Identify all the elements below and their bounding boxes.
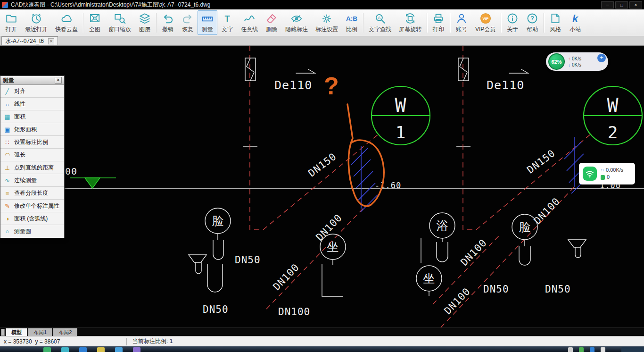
cloud-drive-button[interactable]: 快看云盘 (51, 10, 82, 35)
wifi-count: 0 (607, 174, 610, 181)
account-button[interactable]: 账号 (452, 10, 471, 35)
recent-clock-icon (30, 12, 42, 25)
freeline-button[interactable]: 任意线 (237, 10, 262, 35)
about-button[interactable]: 关于 (503, 10, 522, 35)
annotation-scale-readout: 当前标注比例: 1 (127, 337, 173, 345)
eraser-icon (265, 12, 278, 25)
hide-annotation-button[interactable]: 隐藏标注 (281, 10, 312, 35)
measure-panel-close-icon[interactable]: × (55, 77, 62, 84)
taskbar-app-icon[interactable] (79, 347, 87, 352)
battery-icon (601, 175, 605, 180)
drawing-canvas-area[interactable]: De110 De110 DN150 DN100 DN100 DN150 DN10… (0, 46, 644, 327)
area-with-arc-icon: ◑ (3, 215, 11, 222)
windows-taskbar[interactable] (0, 346, 644, 352)
tab-layout1[interactable]: 布局1 (28, 328, 52, 336)
dn100-label: DN100 (278, 306, 310, 318)
minimize-button[interactable]: ─ (601, 1, 614, 8)
svg-text:VIP: VIP (482, 17, 489, 21)
measure-button[interactable]: 测量 (198, 10, 217, 35)
de110-label-right: De110 (487, 78, 524, 92)
measure-item-rect-area[interactable]: ▣矩形面积 (0, 123, 64, 136)
measure-item-area-with-arc[interactable]: ◑面积 (含弧线) (0, 212, 64, 225)
close-button[interactable]: × (629, 1, 642, 8)
tray-icon[interactable] (579, 347, 584, 352)
wifi-widget[interactable]: ↑↓0.00K/s 0 (579, 163, 635, 184)
tab-layout2[interactable]: 布局2 (53, 328, 77, 336)
vip-button[interactable]: VIP VIP会员 (471, 10, 499, 35)
help-button[interactable]: ? 帮助 (522, 10, 542, 35)
measure-panel-titlebar[interactable]: 测量 × (0, 76, 64, 85)
dn100-label: DN100 (271, 261, 302, 293)
fixture-basin-right: 脸 (519, 220, 531, 234)
tray-icon[interactable] (601, 347, 605, 352)
model-tab-corner (1, 329, 5, 336)
taskbar-app-icon[interactable] (97, 347, 105, 352)
measure-item-linear[interactable]: ↔线性 (0, 98, 64, 110)
pipe-labels: De110 De110 DN150 DN100 DN100 DN150 DN10… (65, 78, 571, 318)
freeline-icon (243, 12, 256, 25)
wifi-icon (583, 167, 597, 181)
print-icon (432, 12, 445, 25)
text-search-button[interactable]: A 文字查找 (365, 10, 395, 35)
svg-text:A:B: A:B (346, 15, 357, 22)
tray-icon[interactable] (590, 347, 594, 352)
open-folder-icon (5, 12, 17, 25)
toolbar-separator (83, 13, 83, 33)
annotation-settings-button[interactable]: 标注设置 (312, 10, 342, 35)
open-button[interactable]: 打开 (1, 10, 21, 35)
full-view-button[interactable]: 全图 (85, 10, 105, 35)
ksite-button[interactable]: k 小站 (565, 10, 585, 35)
memory-usage-badge[interactable]: 62% (548, 53, 565, 70)
delete-button[interactable]: 删除 (262, 10, 281, 35)
annotation-settings-icon (321, 12, 333, 25)
linear-icon: ↔ (3, 101, 11, 108)
fixture-toilet-right: 坐 (423, 272, 435, 285)
taskbar-app-icon[interactable] (115, 347, 123, 352)
recent-open-button[interactable]: 最近打开 (21, 10, 51, 35)
widget-plus-button[interactable]: + (597, 54, 606, 62)
tray-icon[interactable] (568, 347, 573, 352)
document-tab[interactable]: 水-A7--0724_t6 × (1, 36, 58, 45)
fixtures: 脸 坐 浴 脸 坐 (189, 208, 586, 296)
measure-item-area[interactable]: ▦面积 (0, 110, 64, 123)
measure-item-continuous[interactable]: ∿连续测量 (0, 174, 64, 187)
measure-item-edit-annotation[interactable]: ✎修改单个标注属性 (0, 200, 64, 212)
document-tab-close-icon[interactable]: × (48, 38, 54, 44)
riser-w1-letter: W (395, 94, 406, 116)
speed-monitor-widget[interactable]: 62% ↑0K/s ↓0K/s + (546, 52, 608, 71)
measure-item-point-to-line[interactable]: ⊥点到直线的距离 (0, 161, 64, 174)
print-button[interactable]: 打印 (429, 10, 448, 35)
wifi-info: ↑↓0.00K/s 0 (601, 167, 623, 181)
continuous-measure-icon: ∿ (3, 177, 11, 184)
measure-item-segment-length[interactable]: ≡查看分段长度 (0, 187, 64, 200)
layers-button[interactable]: 图层 (135, 10, 155, 35)
cad-drawing[interactable]: De110 De110 DN150 DN100 DN100 DN150 DN10… (0, 46, 644, 327)
measure-item-set-scale[interactable]: ∷设置标注比例 (0, 136, 64, 149)
scale-button[interactable]: A:B 比例 (342, 10, 362, 35)
help-icon: ? (526, 12, 538, 25)
riser-w2: W 2 (584, 86, 642, 145)
arc-length-icon: ◠ (3, 151, 11, 159)
taskbar-clock-area[interactable] (621, 347, 644, 352)
redo-button[interactable]: 恢复 (178, 10, 198, 35)
full-view-icon (89, 12, 101, 25)
measure-item-align[interactable]: ╱对齐 (0, 85, 64, 98)
style-button[interactable]: 风格 (545, 10, 565, 35)
measure-item-arc-length[interactable]: ◠弧长 (0, 149, 64, 161)
riser-w1: W 1 (372, 86, 430, 145)
screen-rotate-icon (404, 12, 416, 25)
tab-model[interactable]: 模型 (6, 328, 27, 336)
text-button[interactable]: T 文字 (217, 10, 237, 35)
partial-elevation-text: 00 (65, 166, 77, 177)
maximize-button[interactable]: □ (615, 1, 628, 8)
taskbar-app-icon[interactable] (43, 347, 51, 352)
taskbar-app-icon[interactable] (133, 347, 140, 352)
window-zoom-button[interactable]: 窗口缩放 (105, 10, 135, 35)
measure-panel-body: ╱对齐 ↔线性 ▦面积 ▣矩形面积 ∷设置标注比例 ◠弧长 ⊥点到直线的距离 ∿… (0, 85, 64, 238)
statusbar: x = 353730 y = 38607 当前标注比例: 1 (0, 336, 644, 346)
screen-rotate-button[interactable]: 屏幕旋转 (395, 10, 425, 35)
undo-button[interactable]: 撤销 (158, 10, 178, 35)
account-icon (455, 12, 468, 25)
taskbar-app-icon[interactable] (61, 347, 69, 352)
measure-item-circle[interactable]: ○测量圆 (0, 225, 64, 238)
